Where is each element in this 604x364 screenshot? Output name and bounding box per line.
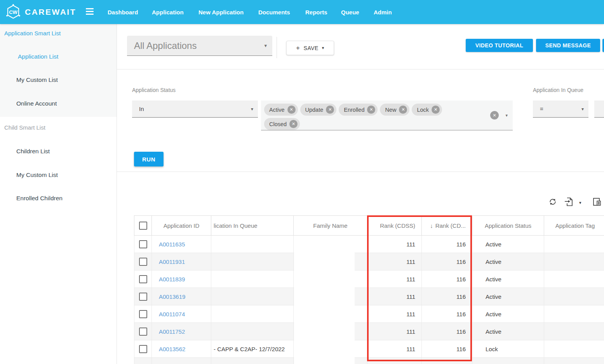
row-checkbox[interactable] <box>139 275 147 283</box>
select-all-checkbox[interactable] <box>139 222 147 230</box>
table-row: A0011635 111 116 Active <box>134 236 604 253</box>
status-cell: Lock <box>472 340 544 358</box>
chip-remove-icon[interactable]: ✕ <box>367 106 375 114</box>
rank-cd-cell: 116 <box>422 305 472 323</box>
export-icon[interactable] <box>564 197 573 208</box>
rank-cd-cell: 116 <box>422 323 472 340</box>
status-chip-update: Update ✕ <box>300 104 337 116</box>
checkbox-cell <box>134 288 152 305</box>
column-chooser-icon[interactable] <box>592 197 602 208</box>
status-chip-enrolled: Enrolled ✕ <box>339 104 378 116</box>
in-queue-cell <box>211 323 294 340</box>
rank-cd-cell: 116 <box>422 288 472 305</box>
rank-cdss-cell: 111 <box>367 305 422 323</box>
in-queue-value-field[interactable] <box>594 101 604 118</box>
column-header-rank-cdss[interactable]: Rank (CDSS) <box>367 216 422 236</box>
application-id-link[interactable]: A0013562 <box>159 346 185 352</box>
checkbox-cell <box>134 305 152 323</box>
chip-remove-icon[interactable]: ✕ <box>287 106 296 114</box>
plus-icon: + <box>296 44 300 52</box>
rank-cd-cell: 116 <box>422 236 472 253</box>
row-checkbox[interactable] <box>139 310 147 318</box>
application-id-link[interactable]: A0011752 <box>159 328 185 335</box>
svg-text:CW: CW <box>9 9 17 15</box>
sidebar-item-application-list[interactable]: Application List <box>18 53 58 60</box>
brand-name: CAREWAIT <box>25 7 76 17</box>
chip-remove-icon[interactable]: ✕ <box>289 120 298 128</box>
rank-cd-cell: 116 <box>422 253 472 270</box>
in-queue-operator-select[interactable]: = ▾ <box>533 101 588 118</box>
hamburger-menu-icon[interactable] <box>86 8 94 15</box>
tag-cell <box>544 340 604 358</box>
application-id-cell: A0013562 <box>152 340 211 358</box>
sidebar-item-enrolled-children[interactable]: Enrolled Children <box>16 195 63 202</box>
nav-item-reports[interactable]: Reports <box>305 0 327 24</box>
sidebar-header-child-smart-list[interactable]: Child Smart List <box>4 124 45 131</box>
rank-cd-cell: 116 <box>422 340 472 358</box>
sidebar-item-my-custom-list-child[interactable]: My Custom List <box>16 172 58 179</box>
application-id-link[interactable]: A0011635 <box>159 241 185 248</box>
sidebar-item-children-list[interactable]: Children List <box>16 148 50 155</box>
refresh-icon[interactable] <box>548 197 557 208</box>
checkbox-cell <box>134 358 152 364</box>
row-checkbox[interactable] <box>139 328 147 336</box>
column-header-rank-cd-sorted[interactable]: ↓Rank (CD... <box>422 216 472 236</box>
column-header-family-name[interactable]: Family Name <box>294 216 367 236</box>
in-queue-operator-value: = <box>533 106 543 112</box>
table-row: A0013619 111 116 Active <box>134 288 604 305</box>
clipped-right-button[interactable] <box>602 39 604 52</box>
video-tutorial-button[interactable]: VIDEO TUTORIAL <box>466 39 533 52</box>
save-button[interactable]: + SAVE ▾ <box>286 41 334 55</box>
nav-item-admin[interactable]: Admin <box>374 0 392 24</box>
status-chip-new: New ✕ <box>380 104 409 116</box>
nav-item-queue[interactable]: Queue <box>341 0 359 24</box>
smart-list-selector-value: All Applications <box>127 40 197 51</box>
application-id-link[interactable]: A0011839 <box>159 276 185 283</box>
nav-item-application[interactable]: Application <box>152 0 184 24</box>
application-id-cell: A0011752 <box>152 323 211 340</box>
application-id-cell: A0011074 <box>152 305 211 323</box>
column-header-application-tag[interactable]: Application Tag <box>544 216 604 236</box>
column-header-application-status[interactable]: Application Status <box>472 216 544 236</box>
tag-cell <box>544 236 604 253</box>
nav-item-new-application[interactable]: New Application <box>198 0 244 24</box>
sidebar-item-my-custom-list[interactable]: My Custom List <box>16 76 58 83</box>
nav-item-documents[interactable]: Documents <box>258 0 290 24</box>
row-checkbox[interactable] <box>139 258 147 266</box>
run-button[interactable]: RUN <box>134 152 164 166</box>
chip-label: Closed <box>269 121 287 127</box>
row-checkbox[interactable] <box>139 240 147 248</box>
application-id-link[interactable]: A0013619 <box>159 293 185 300</box>
row-checkbox[interactable] <box>139 293 147 301</box>
status-operator-select[interactable]: In ▾ <box>132 101 258 118</box>
column-header-application-id[interactable]: Application ID <box>152 216 211 236</box>
nav-item-dashboard[interactable]: Dashboard <box>108 0 138 24</box>
status-cell: Active <box>472 305 544 323</box>
rank-cdss-cell: 111 <box>367 253 422 270</box>
status-operator-value: In <box>132 106 144 112</box>
checkbox-cell <box>134 270 152 288</box>
sidebar-item-online-account[interactable]: Online Account <box>16 100 57 107</box>
send-message-button[interactable]: SEND MESSAGE <box>536 39 600 52</box>
chip-remove-icon[interactable]: ✕ <box>399 106 407 114</box>
chip-remove-icon[interactable]: ✕ <box>432 106 440 114</box>
clear-all-chips-icon[interactable]: ✕ <box>490 111 499 120</box>
application-id-link[interactable]: A0011931 <box>159 258 185 265</box>
row-checkbox[interactable] <box>139 345 147 353</box>
chip-label: Update <box>305 107 324 113</box>
smart-list-selector[interactable]: All Applications ▾ <box>127 36 272 56</box>
chip-remove-icon[interactable]: ✕ <box>326 106 334 114</box>
chevron-down-icon[interactable]: ▾ <box>505 113 508 118</box>
status-cell: Active <box>472 270 544 288</box>
column-header-application-in-queue[interactable]: lication In Queue <box>211 216 294 236</box>
section-divider <box>117 172 604 172</box>
application-status-filter-label: Application Status <box>132 87 176 93</box>
application-id-link[interactable]: A0011074 <box>159 311 185 317</box>
export-options-caret-icon[interactable]: ▾ <box>579 200 581 205</box>
vertical-divider <box>277 37 277 58</box>
sidebar-header-application-smart-list[interactable]: Application Smart List <box>4 30 61 36</box>
chip-label: Lock <box>417 107 429 113</box>
chevron-down-icon: ▾ <box>251 106 253 112</box>
status-values-field[interactable]: Active ✕ Update ✕ Enrolled ✕ New ✕ Lock … <box>261 101 513 130</box>
application-id-cell: A0011839 <box>152 270 211 288</box>
